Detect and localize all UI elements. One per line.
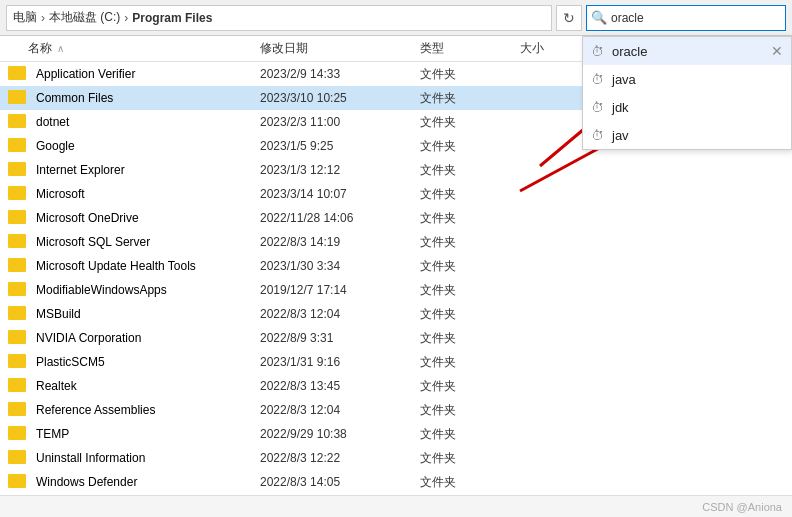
search-dropdown: ⏱oracle✕⏱java⏱jdk⏱jav [582,36,792,150]
file-date-cell: 2022/8/3 14:05 [260,475,420,489]
table-row[interactable]: TEMP2022/9/29 10:38文件夹 [0,422,792,446]
file-type-cell: 文件夹 [420,210,520,227]
file-type-cell: 文件夹 [420,450,520,467]
file-name-text: Internet Explorer [36,163,125,177]
search-area[interactable]: 🔍 [586,5,786,31]
folder-icon [8,66,26,82]
table-row[interactable]: Microsoft SQL Server2022/8/3 14:19文件夹 [0,230,792,254]
file-date-cell: 2023/1/3 12:12 [260,163,420,177]
table-row[interactable]: ModifiableWindowsApps2019/12/7 17:14文件夹 [0,278,792,302]
search-suggestion-item[interactable]: ⏱jdk [583,93,791,121]
breadcrumb-drive[interactable]: 本地磁盘 (C:) [49,9,120,26]
folder-icon [8,90,26,106]
file-name-text: Realtek [36,379,77,393]
breadcrumb-pc[interactable]: 电脑 [13,9,37,26]
folder-icon [8,258,26,274]
file-date-cell: 2023/2/3 11:00 [260,115,420,129]
table-row[interactable]: PlasticSCM52023/1/31 9:16文件夹 [0,350,792,374]
file-name-cell: Uninstall Information [0,450,260,466]
file-name-cell: MSBuild [0,306,260,322]
col-header-type[interactable]: 类型 [420,40,520,57]
file-name-cell: Microsoft OneDrive [0,210,260,226]
col-header-date[interactable]: 修改日期 [260,40,420,57]
file-date-cell: 2022/8/3 12:04 [260,307,420,321]
file-name-cell: Windows Defender [0,474,260,490]
file-type-cell: 文件夹 [420,306,520,323]
file-name-cell: Microsoft Update Health Tools [0,258,260,274]
file-name-cell: Realtek [0,378,260,394]
file-type-cell: 文件夹 [420,426,520,443]
file-type-cell: 文件夹 [420,162,520,179]
file-name-text: MSBuild [36,307,81,321]
file-name-text: ModifiableWindowsApps [36,283,167,297]
search-clear-button[interactable]: ✕ [771,43,783,59]
file-name-cell: TEMP [0,426,260,442]
file-name-cell: Internet Explorer [0,162,260,178]
file-type-cell: 文件夹 [420,282,520,299]
file-name-cell: PlasticSCM5 [0,354,260,370]
col-header-name[interactable]: 名称 ∧ [0,40,260,57]
file-date-cell: 2022/9/29 10:38 [260,427,420,441]
table-row[interactable]: Microsoft2023/3/14 10:07文件夹 [0,182,792,206]
file-name-text: Microsoft OneDrive [36,211,139,225]
address-bar: 电脑 › 本地磁盘 (C:) › Program Files ↻ 🔍 [0,0,792,36]
suggestion-label: jav [612,128,629,143]
breadcrumb-sep1: › [41,11,45,25]
file-date-cell: 2023/3/10 10:25 [260,91,420,105]
file-type-cell: 文件夹 [420,66,520,83]
file-date-cell: 2023/2/9 14:33 [260,67,420,81]
table-row[interactable]: Microsoft OneDrive2022/11/28 14:06文件夹 [0,206,792,230]
folder-icon [8,210,26,226]
file-date-cell: 2023/3/14 10:07 [260,187,420,201]
file-date-cell: 2022/11/28 14:06 [260,211,420,225]
folder-icon [8,186,26,202]
file-type-cell: 文件夹 [420,330,520,347]
table-row[interactable]: Windows Defender2022/8/3 14:05文件夹 [0,470,792,494]
breadcrumb[interactable]: 电脑 › 本地磁盘 (C:) › Program Files [6,5,552,31]
file-type-cell: 文件夹 [420,90,520,107]
search-input[interactable] [611,11,741,25]
breadcrumb-sep2: › [124,11,128,25]
sort-icon: ∧ [57,43,64,54]
file-date-cell: 2022/8/3 12:22 [260,451,420,465]
search-icon: 🔍 [591,10,607,25]
folder-icon [8,330,26,346]
file-type-cell: 文件夹 [420,474,520,491]
table-row[interactable]: Internet Explorer2023/1/3 12:12文件夹 [0,158,792,182]
file-name-text: Microsoft [36,187,85,201]
file-type-cell: 文件夹 [420,138,520,155]
search-suggestion-item[interactable]: ⏱java [583,65,791,93]
search-suggestion-item[interactable]: ⏱jav [583,121,791,149]
file-type-cell: 文件夹 [420,114,520,131]
file-type-cell: 文件夹 [420,234,520,251]
file-type-cell: 文件夹 [420,378,520,395]
suggestion-label: jdk [612,100,629,115]
folder-icon [8,402,26,418]
suggestion-label: java [612,72,636,87]
folder-icon [8,234,26,250]
file-name-text: Common Files [36,91,113,105]
file-name-cell: Google [0,138,260,154]
search-suggestion-item[interactable]: ⏱oracle✕ [583,37,791,65]
file-name-text: Microsoft SQL Server [36,235,150,249]
suggestion-label: oracle [612,44,647,59]
table-row[interactable]: Realtek2022/8/3 13:45文件夹 [0,374,792,398]
file-type-cell: 文件夹 [420,258,520,275]
file-name-text: dotnet [36,115,69,129]
table-row[interactable]: NVIDIA Corporation2022/8/9 3:31文件夹 [0,326,792,350]
file-name-cell: Microsoft SQL Server [0,234,260,250]
table-row[interactable]: Reference Assemblies2022/8/3 12:04文件夹 [0,398,792,422]
refresh-button[interactable]: ↻ [556,5,582,31]
folder-icon [8,450,26,466]
file-name-text: Reference Assemblies [36,403,155,417]
folder-icon [8,162,26,178]
breadcrumb-folder[interactable]: Program Files [132,11,212,25]
table-row[interactable]: Microsoft Update Health Tools2023/1/30 3… [0,254,792,278]
table-row[interactable]: Uninstall Information2022/8/3 12:22文件夹 [0,446,792,470]
folder-icon [8,114,26,130]
file-name-cell: Common Files [0,90,260,106]
table-row[interactable]: MSBuild2022/8/3 12:04文件夹 [0,302,792,326]
file-name-cell: Application Verifier [0,66,260,82]
folder-icon [8,138,26,154]
file-name-cell: ModifiableWindowsApps [0,282,260,298]
